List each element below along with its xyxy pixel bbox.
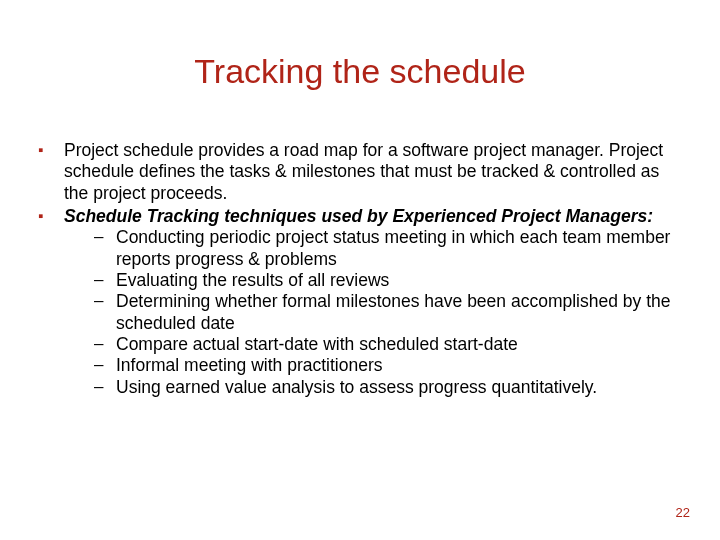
slide-body: Project schedule provides a road map for… xyxy=(38,140,682,400)
slide: Tracking the schedule Project schedule p… xyxy=(0,0,720,540)
sub-bullet-text: Informal meeting with practitioners xyxy=(116,355,383,375)
bullet-item: Schedule Tracking techniques used by Exp… xyxy=(38,206,682,398)
bullet-text: Schedule Tracking techniques used by Exp… xyxy=(64,206,653,226)
sub-bullet-item: Using earned value analysis to assess pr… xyxy=(94,377,682,398)
bullet-list: Project schedule provides a road map for… xyxy=(38,140,682,398)
sub-bullet-text: Evaluating the results of all reviews xyxy=(116,270,389,290)
sub-bullet-text: Compare actual start-date with scheduled… xyxy=(116,334,518,354)
sub-bullet-item: Evaluating the results of all reviews xyxy=(94,270,682,291)
sub-bullet-item: Compare actual start-date with scheduled… xyxy=(94,334,682,355)
sub-bullet-text: Conducting periodic project status meeti… xyxy=(116,227,670,268)
sub-bullet-list: Conducting periodic project status meeti… xyxy=(64,227,682,398)
sub-bullet-text: Determining whether formal milestones ha… xyxy=(116,291,670,332)
sub-bullet-item: Informal meeting with practitioners xyxy=(94,355,682,376)
sub-bullet-text: Using earned value analysis to assess pr… xyxy=(116,377,597,397)
page-number: 22 xyxy=(676,505,690,520)
bullet-item: Project schedule provides a road map for… xyxy=(38,140,682,204)
sub-bullet-item: Conducting periodic project status meeti… xyxy=(94,227,682,270)
sub-bullet-item: Determining whether formal milestones ha… xyxy=(94,291,682,334)
slide-title: Tracking the schedule xyxy=(0,52,720,91)
bullet-text: Project schedule provides a road map for… xyxy=(64,140,663,203)
